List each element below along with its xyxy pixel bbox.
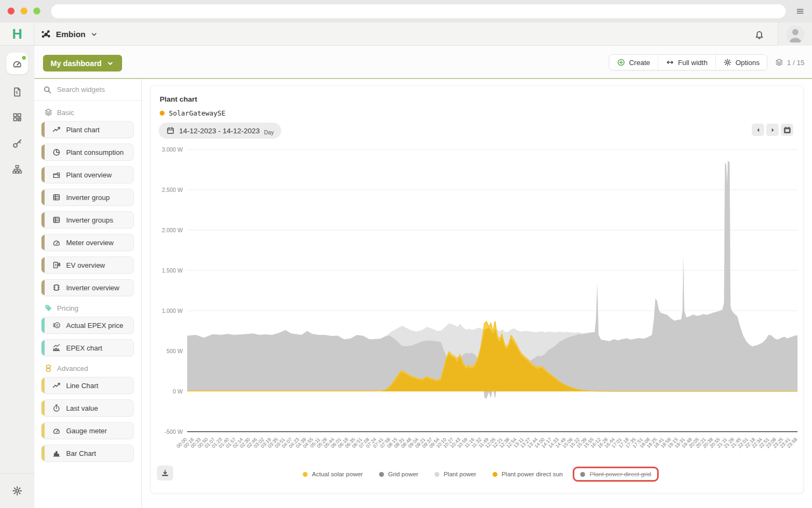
device-row: SolarGatewaySE: [160, 109, 225, 117]
widget-item-inverter-group[interactable]: Inverter group: [42, 189, 134, 206]
legend-item-plant-power[interactable]: Plant power: [435, 471, 476, 477]
date-range-picker[interactable]: 14-12-2023 - 14-12-2023 Day: [159, 123, 281, 139]
widget-item-inverter-groups[interactable]: Inverter groups: [42, 211, 134, 228]
calendar-filled-icon: [783, 126, 792, 134]
pills-icon: [44, 364, 53, 373]
close-window-button[interactable]: [8, 8, 15, 15]
coin-icon: €: [52, 321, 61, 330]
main-content: Plant chart SolarGatewaySE 14-12-2023 - …: [142, 79, 812, 508]
calendar-button[interactable]: [781, 124, 793, 136]
toolbar-actions: Create Full width Options 1 / 15: [609, 54, 804, 70]
network-icon: [41, 29, 52, 40]
tag-icon: [44, 304, 53, 312]
widget-sidebar: BasicPlant chartPlant consumptionPlant o…: [34, 79, 142, 508]
options-button[interactable]: Options: [715, 55, 767, 70]
dashboard-gauge-icon: [12, 58, 23, 69]
svg-text:€: €: [56, 323, 59, 328]
widget-search: [34, 79, 141, 101]
widget-item-plant-chart[interactable]: Plant chart: [42, 121, 134, 138]
settings-gear-icon: [12, 485, 23, 496]
device-name: SolarGatewaySE: [169, 109, 225, 117]
stopwatch-icon: [52, 404, 61, 412]
user-menu[interactable]: [778, 23, 812, 46]
dashboard-toolbar: My dashboard Create Full width Options: [34, 46, 812, 79]
search-input[interactable]: [57, 85, 132, 94]
legend-dot: [493, 472, 497, 477]
rail-item-settings[interactable]: [6, 480, 28, 502]
previous-period-button[interactable]: [752, 124, 764, 136]
stack-icon: [44, 108, 53, 117]
page-count: 1 / 15: [787, 59, 804, 67]
widget-item-gauge-meter[interactable]: Gauge meter: [42, 422, 134, 439]
minimize-window-button[interactable]: [20, 8, 27, 15]
svg-text:2.000 W: 2.000 W: [162, 227, 183, 233]
legend-item-actual-solar-power[interactable]: Actual solar power: [303, 471, 363, 477]
legend-dot: [303, 472, 308, 477]
browser-menu-icon[interactable]: [796, 7, 804, 16]
legend-item-plant-power-direct-grid[interactable]: Plant power direct grid: [573, 467, 658, 482]
rail-item-sitemap[interactable]: [6, 159, 28, 180]
app-window: H Embion €: [0, 0, 812, 508]
arrows-horizontal-icon: [666, 58, 674, 67]
notifications-bell-icon[interactable]: [754, 29, 765, 40]
widget-item-bar-chart[interactable]: Bar Chart: [42, 445, 134, 462]
chip-icon: [52, 283, 61, 292]
widget-item-actual-epex-price[interactable]: €Actual EPEX price: [42, 317, 134, 334]
options-label: Options: [736, 59, 760, 67]
ev-charger-icon: [52, 261, 61, 269]
coin-chart-icon: [52, 344, 61, 352]
legend-item-grid-power[interactable]: Grid power: [379, 471, 418, 477]
device-status-dot: [160, 111, 165, 116]
nav-rail: €: [0, 46, 34, 508]
svg-text:1.000 W: 1.000 W: [162, 307, 183, 314]
legend-dot: [435, 472, 439, 477]
rail-item-widgets[interactable]: [6, 106, 28, 128]
rail-item-dashboard[interactable]: [6, 53, 28, 74]
zoom-window-button[interactable]: [33, 8, 40, 15]
calendar-icon: [166, 126, 175, 135]
browser-chrome: [0, 0, 812, 23]
plus-circle-icon: [617, 58, 625, 67]
widget-item-meter-overview[interactable]: Meter overview: [42, 234, 134, 251]
svg-text:-500 W: -500 W: [165, 428, 183, 435]
date-range-value: 14-12-2023 - 14-12-2023: [179, 127, 260, 135]
legend-item-plant-power-direct-sun[interactable]: Plant power direct sun: [493, 471, 563, 477]
widget-item-ev-overview[interactable]: EV overview: [42, 256, 134, 274]
gear-icon: [723, 58, 732, 67]
svg-text:500 W: 500 W: [167, 348, 183, 354]
widget-item-last-value[interactable]: Last value: [42, 399, 134, 417]
widget-item-epex-chart[interactable]: EPEX chart: [42, 339, 134, 356]
dashboard-page-indicator: 1 / 15: [773, 58, 804, 67]
avatar: [786, 25, 804, 44]
table-icon: [52, 216, 61, 224]
factory-icon: [52, 170, 61, 179]
layers-icon: [775, 58, 783, 67]
url-bar[interactable]: [51, 4, 786, 18]
create-button[interactable]: Create: [609, 55, 658, 70]
key-icon: [12, 138, 23, 149]
pie-chart-icon: [52, 148, 61, 156]
chevron-down-icon: [106, 59, 115, 68]
trend-chart-icon: [52, 125, 61, 134]
plant-chart-widget: Plant chart SolarGatewaySE 14-12-2023 - …: [151, 86, 803, 493]
rail-item-access-keys[interactable]: [6, 133, 28, 154]
widget-item-line-chart[interactable]: Line Chart: [42, 377, 134, 394]
caret-right-icon: [768, 126, 777, 134]
widget-item-inverter-overview[interactable]: Inverter overview: [42, 279, 134, 296]
org-switcher[interactable]: Embion: [41, 23, 98, 46]
widget-item-plant-consumption[interactable]: Plant consumption: [42, 144, 134, 161]
section-header-pricing: Pricing: [44, 304, 141, 312]
header-right: [754, 23, 812, 46]
dashboard-name: My dashboard: [51, 59, 102, 68]
active-indicator-dot: [22, 56, 26, 60]
logo-letter: H: [12, 26, 22, 42]
legend-dot: [379, 472, 384, 477]
dashboard-select-button[interactable]: My dashboard: [43, 55, 122, 71]
rail-item-invoices[interactable]: €: [6, 81, 28, 103]
widget-item-plant-overview[interactable]: Plant overview: [42, 166, 134, 183]
next-period-button[interactable]: [766, 124, 779, 136]
create-label: Create: [629, 59, 650, 67]
full-width-button[interactable]: Full width: [658, 55, 715, 70]
app-logo[interactable]: H: [0, 23, 34, 46]
date-nav: [752, 124, 793, 136]
